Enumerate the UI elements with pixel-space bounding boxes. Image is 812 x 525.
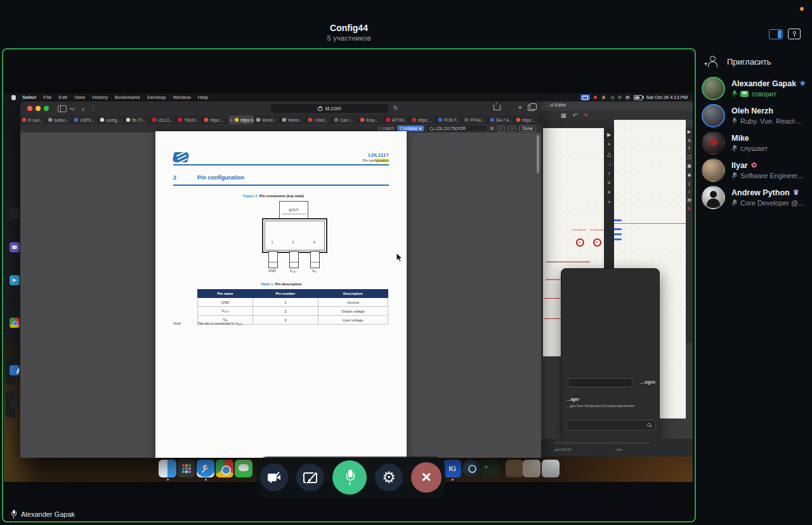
stage-app-2[interactable]: [6, 233, 20, 264]
status-icon-2[interactable]: ◷: [610, 95, 614, 100]
tab-overview-icon[interactable]: [528, 105, 535, 111]
safari-window[interactable]: ‹ › st.com ↻ ★ + If I put... button... U…: [20, 101, 541, 458]
camera-off-button[interactable]: [260, 463, 288, 491]
menu-bookmarks[interactable]: Bookmarks: [115, 94, 140, 100]
tab[interactable]: 5b (Tl...: [124, 115, 150, 124]
share-icon[interactable]: [494, 105, 501, 110]
tool-icon[interactable]: ▤: [687, 198, 691, 203]
undo-tool-icon[interactable]: ↶: [573, 112, 578, 119]
menu-develop[interactable]: Develop: [147, 94, 166, 100]
pin-window-icon[interactable]: [788, 29, 801, 39]
tool-icon[interactable]: ⌖: [608, 141, 611, 148]
pad-symbol[interactable]: [576, 238, 584, 247]
tab[interactable]: TMUX...: [176, 115, 202, 124]
tool-icon[interactable]: ▢: [687, 155, 691, 160]
tool-icon[interactable]: +: [608, 199, 611, 205]
find-options-icon[interactable]: ⚙: [490, 126, 494, 131]
address-bar[interactable]: st.com: [271, 104, 388, 113]
find-done-button[interactable]: Done: [519, 126, 536, 132]
scrollbar[interactable]: [537, 135, 539, 173]
dialog-input[interactable]: [568, 378, 632, 387]
back-button[interactable]: ‹: [82, 105, 84, 113]
tool-icon[interactable]: ✳: [607, 190, 612, 195]
menu-history[interactable]: History: [92, 94, 108, 100]
forward-button[interactable]: ›: [92, 105, 95, 113]
tab[interactable]: I tried...: [306, 115, 332, 124]
participant-row[interactable]: Ilyar✿ Software Engineer...: [698, 157, 811, 184]
toggle-sidebar-icon[interactable]: [769, 29, 783, 39]
tab-active[interactable]: ×https://ww...: [228, 115, 254, 124]
tab[interactable]: FPGA...: [462, 115, 488, 124]
stage-app-6[interactable]: [6, 389, 20, 420]
dock-safari-icon[interactable]: [197, 460, 214, 477]
participant-row[interactable]: Alexander Gapak★ говорит: [698, 75, 811, 102]
participant-row[interactable]: Andrew Python♛ Core Developer @...: [698, 184, 811, 211]
chevron-down-icon[interactable]: [70, 105, 75, 110]
kicad-window[interactable]: …ol Editor ▦ ↶ ✎ P1 miniPad P2 miniPad: [539, 101, 693, 457]
dock-utility-icon[interactable]: [506, 460, 523, 477]
screenshare-off-button[interactable]: [296, 463, 324, 491]
tab[interactable]: https:...: [202, 115, 228, 124]
screen-share-view[interactable]: Safari File Edit View History Bookmarks …: [2, 48, 696, 522]
apple-logo-icon[interactable]: [11, 95, 16, 100]
participant-row[interactable]: ❋ Mike слушает: [698, 129, 811, 157]
tool-icon[interactable]: ▣: [687, 164, 691, 169]
tool-icon[interactable]: ≡: [608, 180, 611, 186]
find-previous-button[interactable]: ‹: [497, 126, 505, 132]
grid-tool-icon[interactable]: ▦: [561, 112, 566, 119]
tool-icon[interactable]: /: [608, 171, 610, 176]
dock-utility-icon[interactable]: [523, 460, 540, 477]
stage-app-4[interactable]: [6, 309, 20, 339]
find-input[interactable]: LDL1117SOOR: [427, 126, 487, 131]
kicad-symbol-editor-header[interactable]: [543, 119, 614, 128]
microphone-button[interactable]: [332, 460, 367, 495]
dock-terminal-icon[interactable]: [481, 460, 499, 477]
tool-icon[interactable]: ◉: [687, 172, 691, 178]
tool-icon[interactable]: ▶: [688, 129, 691, 134]
tab[interactable]: If I put...: [20, 115, 46, 124]
menu-safari[interactable]: Safari: [22, 94, 36, 100]
tab[interactable]: https:...: [410, 115, 436, 124]
tool-icon[interactable]: /: [689, 190, 690, 194]
tool-icon[interactable]: A: [688, 138, 691, 143]
tab[interactable]: LDL11...: [150, 115, 176, 124]
menu-help[interactable]: Help: [198, 94, 208, 100]
find-next-button[interactable]: ›: [508, 126, 516, 132]
minimize-window-button[interactable]: [36, 106, 41, 111]
tab[interactable]: button...: [46, 115, 72, 124]
stage-app-1[interactable]: [6, 200, 20, 230]
tab[interactable]: Emp...: [358, 115, 384, 124]
end-call-button[interactable]: ×: [411, 462, 442, 493]
dock-trash-icon[interactable]: [542, 460, 560, 477]
tab[interactable]: SA-7 A...: [488, 115, 514, 124]
dock-steam-icon[interactable]: [462, 460, 480, 477]
close-window-button[interactable]: [27, 106, 32, 111]
tool-icon[interactable]: (: [688, 181, 690, 186]
dock-kicad-icon[interactable]: Ki: [443, 460, 461, 477]
status-icon-3[interactable]: ✆: [618, 95, 622, 100]
zoom-window-button[interactable]: [44, 106, 49, 111]
stage-app-5[interactable]: [6, 356, 20, 387]
invite-button[interactable]: + Пригласить: [698, 52, 771, 71]
tool-icon[interactable]: ✎: [688, 207, 691, 212]
tab[interactable]: World...: [254, 115, 280, 124]
reload-icon[interactable]: ↻: [393, 105, 398, 111]
tab[interactable]: ATTIN...: [384, 115, 410, 124]
close-tab-icon[interactable]: ×: [230, 118, 233, 122]
participant-row[interactable]: Oleh Nerzh Ruby. Vue. React-...: [698, 102, 811, 129]
new-tab-button[interactable]: +: [518, 104, 522, 111]
menu-window[interactable]: Window: [173, 94, 190, 100]
tool-icon[interactable]: ▶: [607, 132, 611, 138]
screen-record-icon[interactable]: [580, 94, 590, 100]
menu-edit[interactable]: Edit: [58, 94, 67, 100]
tab[interactable]: PCB P...: [436, 115, 462, 124]
kicad-plugin-dialog[interactable]: …signs …ager …ges from KiCad and 3rd par…: [561, 268, 660, 439]
dock-launchpad-icon[interactable]: [178, 460, 195, 477]
tab[interactable]: https:...: [514, 115, 540, 124]
edit-tool-icon[interactable]: ✎: [584, 112, 589, 119]
settings-button[interactable]: ⚙: [375, 463, 403, 491]
dialog-search-field[interactable]: [566, 420, 655, 431]
tool-icon[interactable]: △: [607, 152, 611, 157]
tab[interactable]: World...: [280, 115, 306, 124]
tool-icon[interactable]: →: [606, 161, 612, 167]
